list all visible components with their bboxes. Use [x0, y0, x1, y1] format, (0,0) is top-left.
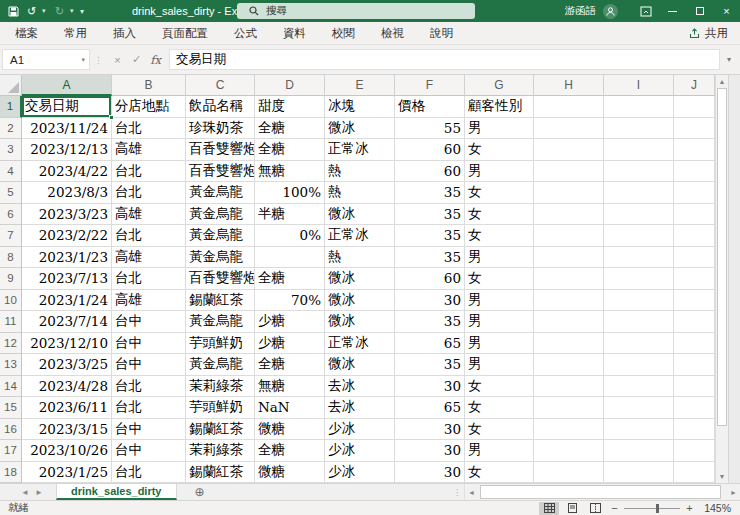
cell-E7[interactable]: 正常冰: [325, 225, 395, 247]
undo-dropdown-icon[interactable]: ▾: [42, 7, 49, 15]
cell-C7[interactable]: 黃金烏龍: [186, 225, 255, 247]
close-button[interactable]: ×: [713, 0, 740, 22]
cell-I1[interactable]: [604, 96, 674, 118]
cell-I14[interactable]: [604, 376, 674, 398]
cell-D4[interactable]: 無糖: [255, 161, 325, 183]
column-header-J[interactable]: J: [674, 75, 715, 96]
cell-J17[interactable]: [674, 440, 715, 462]
cell-A11[interactable]: 2023/7/14: [22, 311, 112, 333]
cell-E8[interactable]: 熱: [325, 247, 395, 269]
scroll-up-icon[interactable]: ▲: [716, 75, 728, 88]
cell-G12[interactable]: 男: [465, 333, 534, 355]
cell-I17[interactable]: [604, 440, 674, 462]
cell-H7[interactable]: [534, 225, 604, 247]
cell-J7[interactable]: [674, 225, 715, 247]
cell-B7[interactable]: 台北: [112, 225, 186, 247]
cell-A8[interactable]: 2023/1/23: [22, 247, 112, 269]
cell-C12[interactable]: 芋頭鮮奶: [186, 333, 255, 355]
cell-F13[interactable]: 35: [395, 354, 465, 376]
ribbon-tab-5[interactable]: 資料: [270, 22, 319, 44]
cell-E13[interactable]: 微冰: [325, 354, 395, 376]
cell-D3[interactable]: 全糖: [255, 139, 325, 161]
cell-E4[interactable]: 熱: [325, 161, 395, 183]
cell-A5[interactable]: 2023/8/3: [22, 182, 112, 204]
cell-A2[interactable]: 2023/11/24: [22, 118, 112, 140]
cell-E5[interactable]: 熱: [325, 182, 395, 204]
cell-A14[interactable]: 2023/4/28: [22, 376, 112, 398]
zoom-in-icon[interactable]: +: [683, 502, 696, 514]
cell-I3[interactable]: [604, 139, 674, 161]
cell-A7[interactable]: 2023/2/22: [22, 225, 112, 247]
add-sheet-icon[interactable]: ⊕: [195, 485, 205, 499]
confirm-entry-icon[interactable]: ✓: [127, 53, 146, 66]
cell-J6[interactable]: [674, 204, 715, 226]
cell-F14[interactable]: 30: [395, 376, 465, 398]
cell-H8[interactable]: [534, 247, 604, 269]
column-header-I[interactable]: I: [604, 75, 674, 96]
cell-C4[interactable]: 百香雙響炮: [186, 161, 255, 183]
cell-C6[interactable]: 黃金烏龍: [186, 204, 255, 226]
cell-G11[interactable]: 男: [465, 311, 534, 333]
cancel-entry-icon[interactable]: ×: [108, 54, 127, 66]
cell-D8[interactable]: [255, 247, 325, 269]
cell-J15[interactable]: [674, 397, 715, 419]
cell-E1[interactable]: 冰塊: [325, 96, 395, 118]
cell-D11[interactable]: 少糖: [255, 311, 325, 333]
cell-A4[interactable]: 2023/4/22: [22, 161, 112, 183]
cell-A12[interactable]: 2023/12/10: [22, 333, 112, 355]
cell-F11[interactable]: 35: [395, 311, 465, 333]
cell-J14[interactable]: [674, 376, 715, 398]
cell-D9[interactable]: 全糖: [255, 268, 325, 290]
zoom-slider[interactable]: [624, 502, 680, 515]
row-header-12[interactable]: 12: [0, 333, 22, 355]
cell-A1[interactable]: 交易日期: [22, 96, 112, 118]
column-header-D[interactable]: D: [255, 75, 325, 96]
cell-C17[interactable]: 茉莉綠茶: [186, 440, 255, 462]
cell-J5[interactable]: [674, 182, 715, 204]
row-header-18[interactable]: 18: [0, 462, 22, 484]
row-header-16[interactable]: 16: [0, 419, 22, 441]
cell-A15[interactable]: 2023/6/11: [22, 397, 112, 419]
cell-D18[interactable]: 微糖: [255, 462, 325, 484]
row-header-13[interactable]: 13: [0, 354, 22, 376]
cell-G4[interactable]: 男: [465, 161, 534, 183]
save-icon[interactable]: [6, 3, 21, 19]
cell-D2[interactable]: 全糖: [255, 118, 325, 140]
cell-B13[interactable]: 台中: [112, 354, 186, 376]
ribbon-tab-7[interactable]: 檢視: [368, 22, 417, 44]
avatar[interactable]: [603, 4, 618, 19]
cell-H4[interactable]: [534, 161, 604, 183]
row-header-2[interactable]: 2: [0, 118, 22, 140]
formula-bar-splitter-icon[interactable]: ⋮: [94, 55, 104, 65]
row-header-5[interactable]: 5: [0, 182, 22, 204]
cell-D10[interactable]: 70%: [255, 290, 325, 312]
search-box[interactable]: 搜尋: [237, 3, 475, 19]
cell-C3[interactable]: 百香雙響炮: [186, 139, 255, 161]
cell-J10[interactable]: [674, 290, 715, 312]
cell-H10[interactable]: [534, 290, 604, 312]
column-header-A[interactable]: A: [22, 75, 112, 96]
ribbon-tab-4[interactable]: 公式: [221, 22, 270, 44]
cell-I2[interactable]: [604, 118, 674, 140]
row-header-11[interactable]: 11: [0, 311, 22, 333]
cell-A3[interactable]: 2023/12/13: [22, 139, 112, 161]
maximize-button[interactable]: [686, 0, 713, 22]
scroll-right-icon[interactable]: ►: [727, 489, 740, 496]
cell-J13[interactable]: [674, 354, 715, 376]
cell-J4[interactable]: [674, 161, 715, 183]
column-header-F[interactable]: F: [395, 75, 465, 96]
ribbon-tab-6[interactable]: 校閱: [319, 22, 368, 44]
vertical-scrollbar[interactable]: ▲ ▼: [715, 75, 728, 483]
minimize-button[interactable]: [659, 0, 686, 22]
cell-E12[interactable]: 正常冰: [325, 333, 395, 355]
cell-C13[interactable]: 黃金烏龍: [186, 354, 255, 376]
cell-C10[interactable]: 錫蘭紅茶: [186, 290, 255, 312]
cell-H1[interactable]: [534, 96, 604, 118]
cell-H14[interactable]: [534, 376, 604, 398]
horizontal-scrollbar[interactable]: ◄ ►: [464, 484, 740, 500]
cell-E16[interactable]: 少冰: [325, 419, 395, 441]
row-header-14[interactable]: 14: [0, 376, 22, 398]
zoom-level[interactable]: 145%: [699, 502, 731, 514]
cell-C16[interactable]: 錫蘭紅茶: [186, 419, 255, 441]
cell-G6[interactable]: 女: [465, 204, 534, 226]
